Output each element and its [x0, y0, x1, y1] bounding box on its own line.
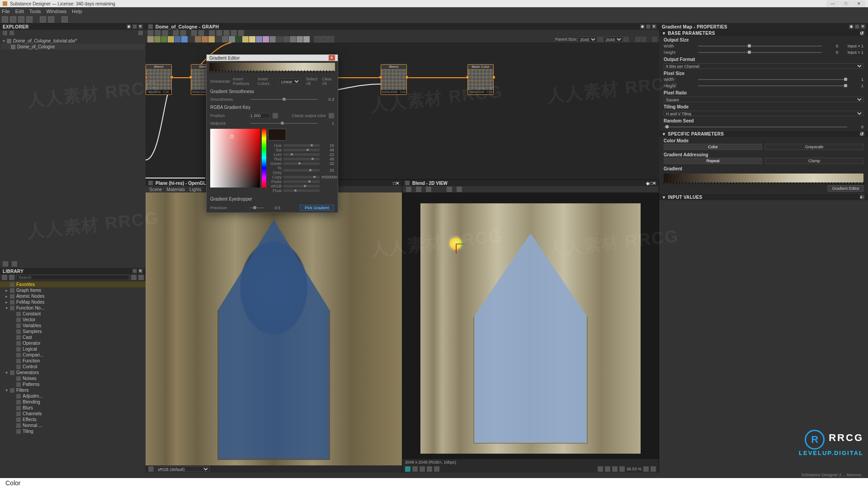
output-pin[interactable] — [170, 75, 174, 79]
clear-all-link[interactable]: Clear All — [322, 77, 334, 86]
palette-chip[interactable] — [242, 36, 249, 42]
smoothness-slider[interactable] — [250, 98, 318, 101]
menu3d-lights[interactable]: Lights — [189, 187, 202, 192]
eye2-icon[interactable] — [641, 37, 646, 42]
palette-chip[interactable] — [256, 36, 262, 42]
graph-node[interactable]: Blend2048x2048 · C16 — [381, 64, 407, 95]
eye-icon[interactable] — [635, 37, 641, 42]
palette-chip[interactable] — [236, 36, 242, 42]
cp-field-slider[interactable] — [283, 149, 320, 151]
histogram-icon[interactable] — [457, 187, 462, 192]
save-icon[interactable] — [18, 16, 24, 23]
sv-field[interactable] — [210, 129, 260, 188]
library-item[interactable]: ▾Filters — [0, 387, 146, 393]
palette-chip[interactable] — [263, 36, 269, 42]
library-item[interactable]: Effects — [0, 417, 146, 422]
library-item[interactable]: Operator — [0, 340, 146, 346]
input-pin[interactable] — [379, 75, 382, 79]
grid-icon[interactable] — [216, 30, 222, 36]
view-icon[interactable] — [147, 30, 154, 36]
reset-icon[interactable]: ↺ — [860, 31, 864, 35]
palette-chip[interactable] — [215, 36, 222, 42]
palette-chip[interactable] — [222, 36, 228, 42]
library-search-input[interactable] — [16, 275, 129, 280]
prop-max-icon[interactable]: □ — [855, 24, 859, 29]
view2d-canvas[interactable] — [402, 192, 659, 459]
library-item[interactable]: Compari... — [0, 352, 146, 358]
open2d-icon[interactable] — [406, 187, 411, 192]
info-icon[interactable] — [12, 261, 17, 267]
redo-icon[interactable] — [48, 16, 54, 23]
cp-field-slider[interactable] — [283, 144, 320, 147]
mode-icon[interactable] — [328, 36, 334, 42]
undo-icon[interactable] — [40, 16, 46, 23]
zoom-out-icon[interactable] — [619, 466, 625, 472]
highlight-icon[interactable] — [231, 30, 237, 36]
info2d-icon[interactable] — [447, 187, 452, 192]
hue-slider[interactable] — [262, 129, 266, 188]
menu-tools[interactable]: Tools — [29, 9, 41, 14]
cp-field-slider[interactable] — [283, 185, 320, 188]
invert-positions-link[interactable]: Invert Positions — [233, 77, 255, 86]
base-params-header[interactable]: ▾BASE PARAMETERS ↺ — [659, 30, 868, 36]
refresh-icon[interactable] — [9, 31, 14, 35]
menu3d-materials[interactable]: Materials — [166, 187, 185, 192]
tiling-select[interactable]: H and V Tiling — [664, 111, 863, 116]
library-item[interactable]: Tiling — [0, 428, 146, 434]
align-icon[interactable] — [209, 30, 215, 36]
link-icon[interactable] — [191, 30, 197, 36]
gradient-editor-close-button[interactable]: ✕ — [329, 55, 335, 61]
graph-pin-icon[interactable]: ◈ — [640, 24, 645, 29]
cp-field-slider[interactable] — [283, 169, 320, 172]
axis-gizmo-icon[interactable] — [150, 196, 162, 208]
star-icon[interactable] — [2, 275, 7, 280]
share-icon[interactable] — [198, 30, 204, 36]
palette-chip[interactable] — [181, 36, 188, 42]
graph-max-icon[interactable]: □ — [646, 24, 651, 29]
timing-icon[interactable] — [180, 30, 186, 36]
ph-slider[interactable] — [698, 84, 847, 88]
gradient-preview[interactable] — [664, 174, 863, 183]
palette-chip[interactable] — [208, 36, 215, 42]
view3d-close-icon[interactable]: ✕ — [396, 181, 399, 186]
ratio-select[interactable]: Square — [664, 97, 863, 102]
cp-field-slider[interactable] — [283, 176, 320, 178]
pin-icon[interactable]: ◈ — [127, 24, 131, 29]
view3d-canvas[interactable] — [146, 192, 402, 465]
maximize-panel-icon[interactable]: □ — [132, 24, 137, 29]
settings-icon[interactable] — [138, 31, 143, 35]
info-tool-icon[interactable] — [173, 30, 179, 36]
library-item[interactable]: Constant — [0, 311, 146, 317]
palette-chip[interactable] — [195, 36, 201, 42]
camera-icon[interactable] — [155, 30, 161, 36]
library-item[interactable]: Control — [0, 364, 146, 370]
palette-chip[interactable] — [188, 36, 194, 42]
palette-chip[interactable] — [297, 36, 303, 42]
palette-chip[interactable] — [276, 36, 283, 42]
library-item[interactable]: Logical — [0, 346, 146, 352]
addr-repeat[interactable]: Repeat — [664, 158, 762, 164]
channel-r-icon[interactable] — [412, 466, 418, 472]
output-pin[interactable] — [405, 75, 409, 79]
color-swatch[interactable] — [268, 129, 286, 141]
library-item[interactable]: Blending — [0, 399, 146, 405]
midpoint-slider[interactable] — [250, 122, 318, 125]
text-tool-icon[interactable] — [3, 261, 8, 267]
save2d-icon[interactable] — [416, 187, 421, 192]
library-item[interactable]: Vector — [0, 317, 146, 323]
cp-field-slider[interactable] — [283, 158, 320, 160]
color-mode-color[interactable]: Color — [664, 144, 762, 150]
invert-colors-link[interactable]: Invert Colors — [258, 77, 276, 86]
view2d-close-icon[interactable]: ✕ — [652, 181, 656, 186]
palette-chip[interactable] — [290, 36, 296, 42]
library-item[interactable]: Channels — [0, 411, 146, 417]
tree-graph[interactable]: Dome_of_Cologne — [1, 44, 145, 50]
lib-close-icon[interactable]: ✕ — [138, 269, 143, 273]
reset-icon[interactable]: ↺ — [860, 131, 864, 136]
copy2d-icon[interactable] — [426, 187, 431, 192]
reload-icon[interactable] — [61, 16, 68, 23]
refresh-size-icon[interactable] — [623, 37, 629, 42]
lib-max-icon[interactable]: □ — [132, 269, 137, 273]
brush-icon[interactable] — [9, 275, 14, 280]
pkg-icon[interactable] — [3, 31, 7, 35]
